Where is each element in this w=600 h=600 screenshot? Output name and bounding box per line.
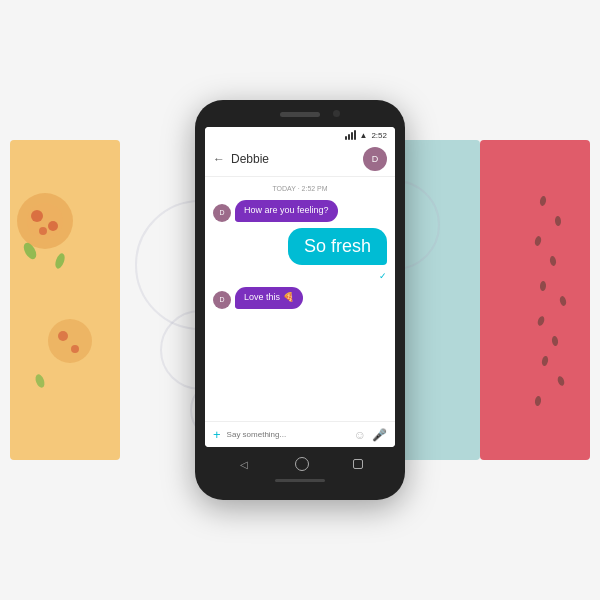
message-row-outgoing: So fresh ✓ [213, 228, 387, 281]
message-bubble-outgoing: So fresh [288, 228, 387, 265]
phone: ▲ 2:52 ← Debbie D TODAY · 2:52 PM D How … [195, 100, 405, 500]
add-icon[interactable]: + [213, 427, 221, 442]
phone-screen: ▲ 2:52 ← Debbie D TODAY · 2:52 PM D How … [205, 127, 395, 447]
back-button[interactable]: ← [213, 152, 225, 166]
wifi-icon: ▲ [360, 131, 368, 140]
sender-avatar-2: D [213, 291, 231, 309]
nav-home-button[interactable] [295, 457, 309, 471]
chat-area: TODAY · 2:52 PM D How are you feeling? S… [205, 177, 395, 421]
contact-name: Debbie [231, 152, 363, 166]
right-strip [480, 140, 590, 460]
nav-recent-button[interactable] [353, 459, 363, 469]
signal-bar-2 [348, 134, 350, 140]
status-time: 2:52 [371, 131, 387, 140]
chat-timestamp: TODAY · 2:52 PM [213, 185, 387, 192]
signal-bar-3 [351, 132, 353, 140]
phone-bottom-bar [275, 479, 325, 482]
signal-bar-4 [354, 130, 356, 140]
signal-bar-1 [345, 136, 347, 140]
message-bubble-incoming-2: Love this 🍕 [235, 287, 303, 309]
phone-camera [333, 110, 340, 117]
emoji-icon[interactable]: ☺ [354, 428, 366, 442]
mic-icon[interactable]: 🎤 [372, 428, 387, 442]
app-header: ← Debbie D [205, 142, 395, 177]
message-row-incoming-1: D How are you feeling? [213, 200, 387, 222]
input-bar: + ☺ 🎤 [205, 421, 395, 447]
nav-back-button[interactable]: ◁ [237, 457, 251, 471]
phone-speaker [280, 112, 320, 117]
message-bubble-incoming-1: How are you feeling? [235, 200, 338, 222]
message-input[interactable] [227, 430, 348, 439]
signal-icon [345, 130, 356, 140]
contact-avatar[interactable]: D [363, 147, 387, 171]
status-bar: ▲ 2:52 [205, 127, 395, 142]
phone-nav-bar: ◁ [195, 449, 405, 479]
check-icon: ✓ [379, 271, 387, 281]
message-status: ✓ [379, 271, 387, 281]
sender-avatar-1: D [213, 204, 231, 222]
message-row-incoming-2: D Love this 🍕 [213, 287, 387, 309]
left-strip [10, 140, 120, 460]
